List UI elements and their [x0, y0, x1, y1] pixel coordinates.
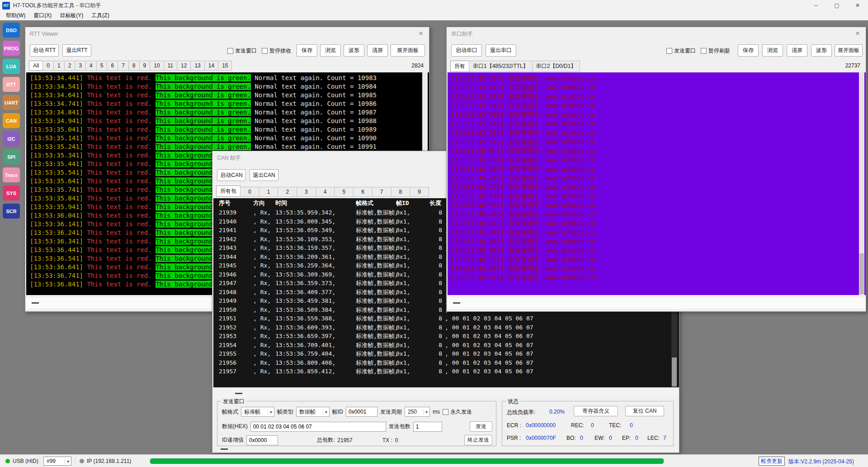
stop-send-button[interactable]: 终止发送 — [464, 435, 492, 445]
rtt-tab-14[interactable]: 13 — [190, 61, 204, 71]
can-tab-7[interactable]: 6 — [353, 187, 373, 197]
reset-can-button[interactable]: 复位 CAN — [625, 406, 664, 416]
serial-save-button[interactable]: 保存 — [738, 44, 759, 57]
can-tab-2[interactable]: 1 — [259, 187, 278, 197]
can-tab-9[interactable]: 8 — [391, 187, 410, 197]
rtt-tab-5[interactable]: 4 — [85, 61, 97, 71]
sidebar-item-uart[interactable]: UART — [3, 95, 20, 110]
can-tab-3[interactable]: 2 — [278, 187, 297, 197]
sidebar-item-can[interactable]: CAN — [3, 113, 20, 128]
menu-item-3[interactable]: 工具(Z) — [87, 12, 113, 19]
rtt-tab-0[interactable]: All — [29, 61, 43, 71]
can-tab-5[interactable]: 4 — [316, 187, 335, 197]
sidebar-item-lua[interactable]: LUA — [3, 59, 20, 74]
resize-handle[interactable] — [235, 393, 242, 394]
rtt-save-button[interactable]: 保存 — [297, 44, 317, 57]
serial-window-titlebar[interactable]: 串口助手 — [447, 27, 866, 41]
rtt-tab-9[interactable]: 8 — [128, 61, 140, 71]
minimize-button[interactable]: ─ — [806, 0, 826, 11]
packet-count-input[interactable] — [413, 422, 442, 432]
can-table-row[interactable]: 21951, Rx,13:53:36.559.388,标准帧,数据帧,0x1,8… — [213, 314, 679, 323]
can-tab-1[interactable]: 0 — [240, 187, 259, 197]
can-table-row[interactable]: 21956, Rx,13:53:36.809.408,标准帧,数据帧,0x1,8… — [213, 358, 679, 367]
can-tab-0[interactable]: 所有包 — [216, 186, 241, 197]
app-titlebar[interactable]: H7 H7-TOOL多功能开发工具 - 串口助手 ─ ▢ ✕ — [0, 0, 868, 11]
rtt-send-window-checkbox[interactable]: 发送窗口 — [227, 47, 257, 55]
can-tab-8[interactable]: 7 — [372, 187, 392, 197]
serial-tab-0[interactable]: 所有 — [450, 61, 469, 72]
serial-expand-panel-button[interactable]: 展开面板 — [835, 44, 863, 57]
frame-id-input[interactable] — [346, 407, 377, 417]
resize-handle[interactable] — [32, 302, 39, 304]
sidebar-item-dso[interactable]: DSO — [3, 23, 20, 38]
sidebar-item-rtt[interactable]: RTT — [3, 77, 20, 92]
maximize-button[interactable]: ▢ — [826, 0, 847, 11]
rtt-tab-10[interactable]: 9 — [139, 61, 151, 71]
rtt-tab-2[interactable]: 1 — [53, 61, 65, 71]
resize-handle[interactable] — [221, 448, 228, 450]
sidebar-item-sys[interactable]: SYS — [3, 186, 20, 200]
can-horizontal-scrollbar[interactable] — [213, 389, 679, 398]
rtt-close-icon[interactable]: ✕ — [417, 30, 425, 37]
sidebar-item-trace[interactable]: Trace — [3, 167, 20, 182]
rtt-tab-6[interactable]: 5 — [96, 61, 108, 71]
sidebar-item-prog[interactable]: PROG — [3, 41, 20, 56]
serial-browse-button[interactable]: 浏览 — [762, 44, 783, 57]
resize-handle[interactable] — [453, 302, 460, 304]
check-update-button[interactable]: 检查更新 — [759, 457, 785, 466]
rtt-tab-11[interactable]: 10 — [150, 61, 164, 71]
can-table-row[interactable]: 21957, Rx,13:53:36.859.412,标准帧,数据帧,0x1,8… — [213, 367, 679, 376]
rtt-tab-4[interactable]: 3 — [75, 61, 86, 71]
scrollbar-thumb[interactable] — [672, 357, 677, 386]
serial-start-button[interactable]: 启动串口 — [451, 44, 482, 57]
rtt-tab-16[interactable]: 15 — [218, 61, 232, 71]
serial-wave-button[interactable]: 波形 — [811, 44, 832, 57]
rtt-tab-8[interactable]: 7 — [118, 61, 129, 71]
rtt-wave-button[interactable]: 波形 — [344, 44, 364, 57]
can-exit-button[interactable]: 退出CAN — [250, 169, 278, 181]
frame-format-select[interactable]: 标准帧 ▾ — [241, 407, 274, 417]
serial-send-window-checkbox[interactable]: 发送窗口 — [666, 47, 696, 55]
serial-pause-refresh-checkbox[interactable]: 暂停刷新 — [701, 47, 730, 55]
can-table-row[interactable]: 21952, Rx,13:53:36.609.393,标准帧,数据帧,0x1,8… — [213, 323, 679, 332]
rtt-pause-receive-checkbox[interactable]: 暂停接收 — [262, 47, 291, 55]
can-table-row[interactable]: 21955, Rx,13:53:36.759.404,标准帧,数据帧,0x1,8… — [213, 349, 679, 358]
close-button[interactable]: ✕ — [847, 0, 868, 11]
rtt-tab-1[interactable]: 0 — [42, 61, 54, 71]
menu-item-0[interactable]: 帮助(W) — [2, 12, 29, 19]
rtt-browse-button[interactable]: 浏览 — [320, 44, 341, 57]
sidebar-item-i2c[interactable]: I2C — [3, 131, 20, 146]
can-start-button[interactable]: 启动CAN — [217, 169, 246, 181]
send-period-select[interactable]: 250 ▾ — [405, 407, 430, 417]
serial-terminal[interactable]: [13:53:35.564] 安富莱电子，www.armbbs.cn[13:53… — [448, 72, 866, 295]
rtt-tab-7[interactable]: 6 — [107, 61, 118, 71]
can-table-row[interactable]: 21953, Rx,13:53:36.659.397,标准帧,数据帧,0x1,8… — [213, 332, 679, 341]
id-increment-input[interactable] — [246, 435, 278, 445]
register-meaning-button[interactable]: 寄存器含义 — [574, 406, 618, 416]
serial-vertical-scrollbar[interactable] — [859, 72, 864, 295]
rtt-start-button[interactable]: 启动 RTT — [30, 44, 59, 57]
rtt-tab-13[interactable]: 12 — [177, 61, 191, 71]
rtt-clear-button[interactable]: 清屏 — [367, 44, 388, 57]
data-hex-input[interactable] — [250, 422, 386, 432]
menu-item-2[interactable]: 目标板(Y) — [56, 12, 87, 19]
rtt-tab-3[interactable]: 2 — [64, 61, 75, 71]
menu-item-1[interactable]: 窗口(X) — [29, 12, 56, 19]
rtt-exit-button[interactable]: 退出RTT — [62, 44, 91, 57]
serial-clear-button[interactable]: 清屏 — [787, 44, 807, 57]
serial-tab-2[interactable]: 串口2【D0/D1】 — [532, 61, 580, 72]
scrollbar-thumb[interactable] — [859, 253, 864, 294]
send-button[interactable]: 发送 — [470, 421, 492, 432]
serial-exit-button[interactable]: 退出串口 — [486, 44, 516, 57]
can-tab-10[interactable]: 9 — [410, 187, 429, 197]
device-number-select[interactable]: #99 ▾ — [43, 457, 71, 466]
rtt-window-titlebar[interactable]: RTT Viewer — [25, 27, 429, 41]
rtt-tab-12[interactable]: 11 — [164, 61, 177, 71]
serial-tab-1[interactable]: 串口1【485/232/TTL】 — [469, 61, 533, 72]
rtt-tab-15[interactable]: 14 — [204, 61, 218, 71]
can-tab-4[interactable]: 3 — [297, 187, 316, 197]
serial-close-icon[interactable]: ✕ — [854, 30, 861, 37]
rtt-expand-panel-button[interactable]: 展开面板 — [391, 44, 425, 57]
can-tab-6[interactable]: 5 — [334, 187, 354, 197]
sidebar-item-spi[interactable]: SPI — [3, 149, 20, 164]
